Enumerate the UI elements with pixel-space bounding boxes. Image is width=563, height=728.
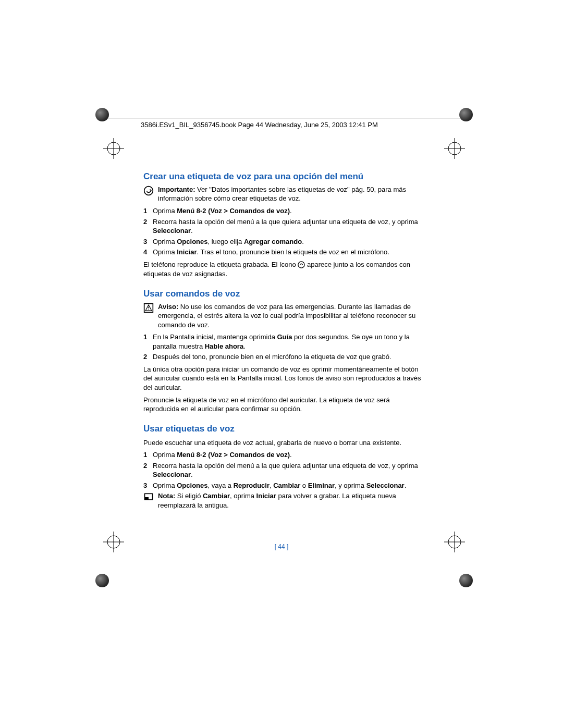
step-num: 2: [143, 217, 153, 236]
text: Oprima: [153, 451, 177, 459]
text: , y oprima: [335, 482, 366, 489]
text: Oprima: [153, 482, 177, 489]
arrow-circle-icon: [143, 186, 155, 199]
important-block: Importante: Ver "Datos importantes sobre…: [143, 185, 425, 203]
text: En la Pantalla inicial, mantenga oprimid…: [153, 333, 277, 341]
text: Iniciar: [256, 492, 276, 500]
svg-point-16: [148, 309, 149, 310]
warning-text: No use los comandos de voz para las emer…: [158, 303, 415, 329]
text: Recorra hasta la opción del menú a la qu…: [153, 462, 418, 470]
text: , oprima: [230, 492, 256, 500]
text: .: [290, 207, 292, 215]
step-num: 2: [143, 461, 153, 479]
text: Eliminar: [308, 482, 335, 489]
step-num: 1: [143, 206, 153, 216]
text: .: [191, 227, 193, 235]
section3-title: Usar etiquetas de voz: [143, 423, 425, 435]
reg-mark: [444, 138, 465, 159]
text: , luego elija: [207, 238, 243, 245]
text: Opciones: [177, 482, 207, 489]
svg-rect-18: [145, 497, 149, 500]
text: .: [243, 342, 246, 350]
warning-icon: [143, 303, 155, 316]
text: Reproducir: [234, 482, 270, 489]
text: o: [300, 482, 308, 489]
note-block: Nota: Si eligió Cambiar, oprima Iniciar …: [143, 491, 425, 510]
text: El teléfono reproduce la etiqueta grabad…: [143, 261, 298, 268]
text: Cambiar: [203, 492, 230, 500]
text: Después del tono, pronuncie bien en el m…: [153, 352, 425, 362]
crop-mark-tl: [95, 108, 117, 130]
crop-mark-tr: [451, 108, 473, 130]
step-num: 4: [143, 248, 153, 257]
text: Si eligió: [175, 492, 203, 500]
step-num: 2: [143, 352, 153, 362]
text: Oprima: [153, 238, 177, 245]
warning-block: Aviso: No use los comandos de voz para l…: [143, 302, 425, 330]
text: Oprima: [153, 207, 177, 215]
important-text: Ver "Datos importantes sobre las etiquet…: [158, 186, 406, 203]
text: .: [302, 238, 304, 245]
text: .: [191, 471, 193, 478]
text: Cambiar: [273, 482, 300, 489]
text: Opciones: [177, 238, 207, 245]
crop-mark-br: [451, 565, 473, 587]
important-label: Importante:: [158, 186, 195, 193]
voice-tag-icon: [298, 261, 305, 270]
step-num: 3: [143, 237, 153, 246]
text: Pronuncie la etiqueta de voz en el micró…: [143, 396, 425, 414]
text: Iniciar: [177, 248, 197, 256]
text: .: [405, 482, 407, 489]
step-num: 1: [143, 450, 153, 460]
section1-title: Crear una etiqueta de voz para una opció…: [143, 171, 425, 183]
note-icon: [143, 492, 155, 505]
text: Recorra hasta la opción del menú a la qu…: [153, 218, 418, 226]
text: Guía: [277, 333, 292, 341]
text: Seleccionar: [153, 227, 191, 235]
text: Oprima: [153, 248, 177, 256]
warning-label: Aviso:: [158, 303, 178, 311]
page-number: [ 44 ]: [0, 543, 563, 550]
section2-title: Usar comandos de voz: [143, 288, 425, 300]
text: . Tras el tono, pronuncie bien la etique…: [197, 248, 389, 256]
step-num: 1: [143, 332, 153, 351]
reg-mark: [103, 138, 124, 159]
svg-point-13: [298, 261, 304, 267]
text: Hable ahora: [205, 342, 243, 350]
text: Seleccionar: [153, 471, 191, 478]
text: .: [290, 451, 292, 459]
text: La única otra opción para iniciar un com…: [143, 365, 425, 392]
text: Menú 8-2 (Voz > Comandos de voz): [177, 451, 290, 459]
crop-mark-bl: [95, 565, 117, 587]
text: Agregar comando: [244, 238, 302, 245]
text: Puede escuchar una etiqueta de voz actua…: [143, 438, 425, 448]
note-label: Nota:: [158, 492, 175, 500]
text: Menú 8-2 (Voz > Comandos de voz): [177, 207, 290, 215]
header-text: 3586i.ESv1_BIL_9356745.book Page 44 Wedn…: [141, 121, 378, 129]
step-num: 3: [143, 481, 153, 490]
text: , vaya a: [207, 482, 233, 489]
header-rule: [107, 118, 461, 118]
text: Seleccionar: [366, 482, 405, 489]
page-content: Crear una etiqueta de voz para una opció…: [143, 162, 425, 513]
